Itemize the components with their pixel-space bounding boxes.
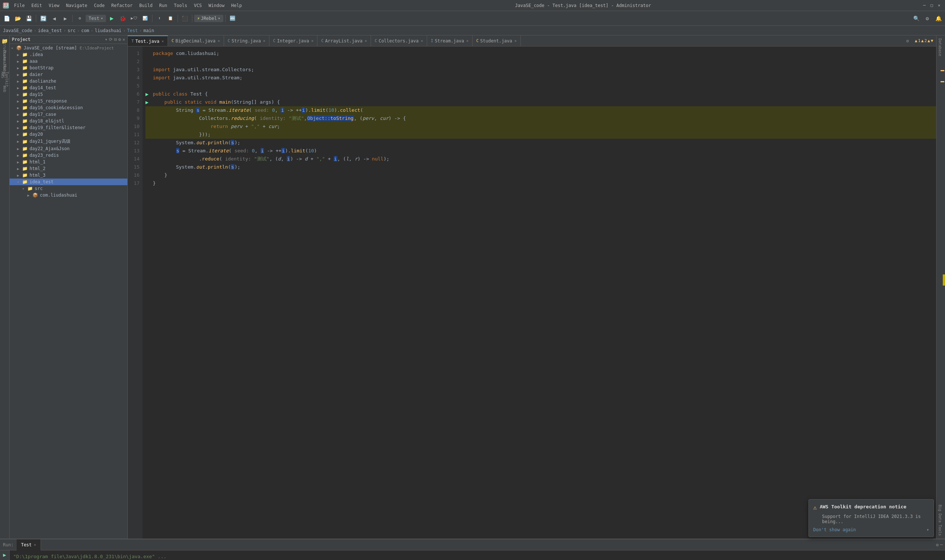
bc-project[interactable]: JavaSE_code — [3, 28, 32, 33]
menu-window[interactable]: Window — [206, 2, 227, 9]
bottom-tab-close[interactable]: ✕ — [34, 543, 36, 547]
dont-show-again-link[interactable]: Don't show again — [813, 527, 856, 532]
scroll-down-icon[interactable]: ▼ — [931, 38, 933, 43]
run-play-icon[interactable]: ▶ — [3, 552, 6, 558]
tree-html3[interactable]: ▶ 📁 html_3 — [9, 172, 127, 178]
tree-day23[interactable]: ▶ 📁 day23_redis — [9, 152, 127, 158]
profile-button[interactable]: 📊 — [140, 13, 150, 24]
database-label[interactable]: Database — [937, 35, 945, 59]
tab-stream[interactable]: I Stream.java ✕ — [427, 35, 473, 46]
tree-daier[interactable]: ▶ 📁 daier — [9, 71, 127, 78]
stop-button[interactable]: ⬛ — [180, 13, 190, 24]
jrebel-button[interactable]: ⚡ JRebel ▾ — [194, 15, 224, 22]
menu-vcs[interactable]: VCS — [191, 2, 205, 9]
tab-close-bd[interactable]: ✕ — [218, 39, 220, 43]
tab-student[interactable]: C Student.java ✕ — [473, 35, 521, 46]
menu-run[interactable]: Run — [156, 2, 170, 9]
tree-day16[interactable]: ▶ 📁 day16_cookie&cession — [9, 105, 127, 111]
code-editor[interactable]: 1 2 3 4 5 6 7 8 9 10 11 12 13 14 15 16 1… — [128, 46, 936, 538]
menu-help[interactable]: Help — [228, 2, 245, 9]
web-icon[interactable]: Web — [1, 85, 9, 93]
tree-day21[interactable]: ▶ 📁 day21_jquery高级 — [9, 138, 127, 145]
bc-package[interactable]: liudashuai — [95, 28, 122, 33]
bc-file[interactable]: Test — [127, 28, 138, 33]
tree-aaa[interactable]: ▶ 📁 aaa — [9, 58, 127, 65]
tree-html1[interactable]: ▶ 📁 html_1 — [9, 158, 127, 165]
tab-settings-button[interactable]: ⚙ — [903, 38, 912, 43]
tree-idea[interactable]: ▶ 📁 .idea — [9, 51, 127, 58]
menu-file[interactable]: File — [11, 2, 28, 9]
tree-day19[interactable]: ▶ 📁 day19_filter&listener — [9, 124, 127, 131]
bc-com[interactable]: com — [81, 28, 89, 33]
bottom-settings-icon[interactable]: ⚙ — [936, 542, 939, 548]
sync-button[interactable]: 🔄 — [38, 13, 48, 24]
project-scope-btn[interactable]: ▾ — [105, 37, 108, 42]
tab-test-java[interactable]: T Test.java ✕ — [128, 35, 168, 46]
settings-button[interactable]: ⚙ — [922, 13, 933, 24]
bc-src[interactable]: src — [68, 28, 76, 33]
tab-string[interactable]: C String.java ✕ — [224, 35, 270, 46]
save-all-button[interactable]: 💾 — [24, 13, 34, 24]
tab-close-col[interactable]: ✕ — [421, 39, 423, 43]
tab-collectors[interactable]: C Collectors.java ✕ — [371, 35, 427, 46]
tree-com[interactable]: ▶ 📦 com.liudashuai — [9, 192, 127, 198]
update-project-button[interactable]: ⬆ — [154, 13, 165, 24]
run-arrow-6[interactable]: ▶ — [145, 90, 153, 98]
tree-html2[interactable]: ▶ 📁 html_2 — [9, 165, 127, 172]
tab-close-test[interactable]: ✕ — [162, 39, 164, 43]
big-data-tools-label[interactable]: Big Data Tools — [937, 502, 945, 538]
tree-day18[interactable]: ▶ 📁 day18_el&jstl — [9, 118, 127, 124]
back-button[interactable]: ◀ — [49, 13, 59, 24]
menu-tools[interactable]: Tools — [171, 2, 190, 9]
tree-day14[interactable]: ▶ 📁 day14_test — [9, 85, 127, 91]
maximize-button[interactable]: □ — [929, 3, 935, 8]
new-file-button[interactable]: 📄 — [2, 13, 12, 24]
tab-close-stu[interactable]: ✕ — [515, 39, 517, 43]
tree-day15r[interactable]: ▶ 📁 day15_response — [9, 98, 127, 105]
tab-close-string[interactable]: ✕ — [263, 39, 265, 43]
minimize-button[interactable]: ─ — [921, 3, 927, 8]
bc-method[interactable]: main — [143, 28, 154, 33]
run-config-dropdown[interactable]: Test ▾ — [86, 15, 106, 22]
menu-code[interactable]: Code — [91, 2, 108, 9]
open-button[interactable]: 📂 — [12, 13, 23, 24]
tree-day15[interactable]: ▶ 📁 day15 — [9, 91, 127, 98]
menu-refactor[interactable]: Refactor — [108, 2, 136, 9]
tree-root[interactable]: ▾ 📦 JavaSE_code [stream] E:\IdeaProject — [9, 45, 127, 51]
tree-idea-test[interactable]: ▾ 📁 idea_test — [9, 178, 127, 185]
notifications-button[interactable]: 🔔 — [933, 13, 943, 24]
aws-toolkit-icon[interactable]: AWS Toolkit — [1, 75, 9, 83]
close-button[interactable]: ✕ — [936, 3, 942, 8]
tab-close-stream[interactable]: ✕ — [466, 39, 469, 43]
debug-button[interactable]: 🐞 — [118, 13, 128, 24]
run-arrow-7[interactable]: ▶ — [145, 98, 153, 106]
tab-integer[interactable]: C Integer.java ✕ — [270, 35, 318, 46]
tree-day22[interactable]: ▶ 📁 day22_Ajax&Json — [9, 145, 127, 152]
tree-day17[interactable]: ▶ 📁 day17_case — [9, 111, 127, 118]
menu-build[interactable]: Build — [136, 2, 156, 9]
tab-arraylist[interactable]: C ArrayList.java ✕ — [318, 35, 371, 46]
tree-day20[interactable]: ▶ 📁 day20 — [9, 131, 127, 138]
code-content[interactable]: package com.liudashuai; import java.util… — [142, 46, 936, 538]
menu-navigate[interactable]: Navigate — [63, 2, 91, 9]
project-hide-btn[interactable]: ✕ — [123, 37, 125, 42]
tree-src[interactable]: ▾ 📁 src — [9, 185, 127, 192]
translate-button[interactable]: 🔤 — [227, 13, 238, 24]
menu-view[interactable]: View — [46, 2, 62, 9]
bottom-hide-icon[interactable]: ─ — [940, 542, 943, 548]
project-scroll-btn[interactable]: ⟳ — [109, 37, 113, 42]
project-collapse-btn[interactable]: ⊟ — [114, 37, 117, 42]
tree-daolianzhe[interactable]: ▶ 📁 daolianzhe — [9, 78, 127, 85]
tree-bootstrap[interactable]: ▶ 📁 bootStrap — [9, 65, 127, 71]
tab-bigdecimal[interactable]: C BigDecimal.java ✕ — [168, 35, 224, 46]
bc-module[interactable]: idea_test — [38, 28, 62, 33]
vcs-button[interactable]: 📋 — [165, 13, 176, 24]
run-button[interactable]: ▶ — [107, 13, 117, 24]
forward-button[interactable]: ▶ — [60, 13, 71, 24]
scroll-up-icon[interactable]: ▲ — [928, 38, 930, 43]
tab-close-al[interactable]: ✕ — [365, 39, 367, 43]
tab-close-integer[interactable]: ✕ — [311, 39, 313, 43]
project-settings-btn[interactable]: ⚙ — [119, 37, 121, 42]
menu-edit[interactable]: Edit — [28, 2, 45, 9]
search-everywhere-button[interactable]: 🔍 — [911, 13, 921, 24]
